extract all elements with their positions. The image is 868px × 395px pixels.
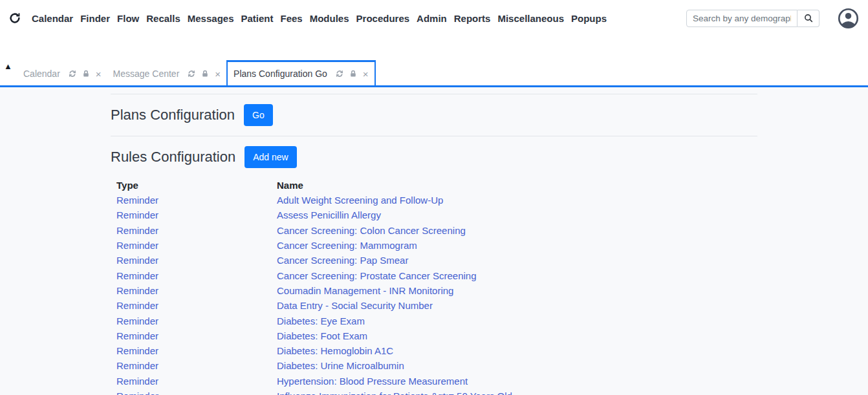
table-row: Reminder Hypertension: Blood Pressure Me… (116, 374, 737, 389)
rule-name-link[interactable]: Influenza Immunization for Patients &gt;… (277, 390, 512, 395)
collapse-tabs-icon[interactable]: ▲ (4, 62, 12, 70)
rule-type-cell: Reminder (116, 358, 277, 373)
column-header-name: Name (277, 178, 737, 193)
menu-item[interactable]: Calendar (32, 13, 73, 24)
navbar-right (686, 8, 859, 29)
user-avatar-icon[interactable] (838, 8, 859, 29)
rule-name-link[interactable]: Diabetes: Foot Exam (277, 330, 367, 341)
rule-type-cell: Reminder (116, 268, 277, 283)
search-icon (803, 13, 814, 23)
table-row: Reminder Adult Weight Screening and Foll… (116, 193, 737, 208)
patient-search (686, 10, 819, 27)
tab-refresh-icon[interactable] (188, 70, 195, 78)
rule-name-cell: Diabetes: Foot Exam (277, 328, 737, 343)
rule-type-link[interactable]: Reminder (116, 390, 158, 395)
rule-type-cell: Reminder (116, 314, 277, 328)
table-row: Reminder Data Entry - Social Security Nu… (116, 298, 737, 313)
menu-item[interactable]: Patient (241, 13, 273, 24)
rules-configuration-title: Rules Configuration (111, 149, 235, 165)
table-row: Reminder Cancer Screening: Colon Cancer … (116, 223, 737, 238)
rule-type-cell: Reminder (116, 298, 277, 313)
table-row: Reminder Assess Penicillin Allergy (116, 208, 737, 222)
rule-type-link[interactable]: Reminder (116, 225, 158, 236)
tab[interactable]: Plans Configuration Go × (226, 60, 376, 85)
rule-name-link[interactable]: Assess Penicillin Allergy (277, 209, 381, 220)
table-row: Reminder Influenza Immunization for Pati… (116, 389, 737, 395)
menu-item[interactable]: Messages (188, 13, 234, 24)
rule-type-cell: Reminder (116, 389, 277, 395)
rule-type-link[interactable]: Reminder (116, 285, 158, 296)
rule-type-link[interactable]: Reminder (116, 360, 158, 371)
rule-type-cell: Reminder (116, 193, 277, 208)
rule-name-cell: Cancer Screening: Prostate Cancer Screen… (277, 268, 737, 283)
menu-item[interactable]: Modules (310, 13, 349, 24)
rule-type-link[interactable]: Reminder (116, 255, 158, 266)
rule-name-cell: Assess Penicillin Allergy (277, 208, 737, 222)
tab[interactable]: Message Center × (107, 62, 226, 85)
rules-configuration-section: Rules Configuration Add new (111, 146, 757, 168)
menu-item[interactable]: Fees (281, 13, 303, 24)
rule-type-cell: Reminder (116, 343, 277, 358)
add-new-rule-button[interactable]: Add new (244, 146, 296, 168)
tab-lock-icon[interactable] (349, 70, 357, 78)
top-navbar: Calendar Finder Flow Recalls Messages Pa… (0, 0, 868, 36)
rule-type-link[interactable]: Reminder (116, 240, 158, 251)
rule-type-link[interactable]: Reminder (116, 345, 158, 356)
plans-go-button[interactable]: Go (244, 104, 273, 126)
rule-type-link[interactable]: Reminder (116, 195, 158, 206)
rule-name-cell: Diabetes: Hemoglobin A1C (277, 343, 737, 358)
rule-type-link[interactable]: Reminder (116, 315, 158, 326)
tab-label: Message Center (113, 69, 180, 79)
rule-name-link[interactable]: Cancer Screening: Mammogram (277, 240, 417, 251)
divider (111, 136, 757, 136)
rule-name-link[interactable]: Adult Weight Screening and Follow-Up (277, 195, 443, 206)
rule-name-link[interactable]: Cancer Screening: Colon Cancer Screening (277, 225, 466, 236)
rule-name-cell: Cancer Screening: Mammogram (277, 238, 737, 253)
rule-type-cell: Reminder (116, 374, 277, 389)
tab-lock-icon[interactable] (82, 70, 90, 78)
rule-name-link[interactable]: Cancer Screening: Prostate Cancer Screen… (277, 270, 477, 281)
table-row: Reminder Diabetes: Foot Exam (116, 328, 737, 343)
rule-name-link[interactable]: Diabetes: Hemoglobin A1C (277, 345, 393, 356)
tab[interactable]: Calendar × (17, 62, 107, 85)
rule-type-link[interactable]: Reminder (116, 209, 158, 220)
rule-type-link[interactable]: Reminder (116, 376, 158, 387)
rule-type-cell: Reminder (116, 253, 277, 268)
search-input[interactable] (686, 10, 797, 27)
rule-name-cell: Diabetes: Urine Microalbumin (277, 358, 737, 373)
tab-close-icon[interactable]: × (215, 69, 221, 79)
menu-item[interactable]: Flow (117, 13, 139, 24)
plans-configuration-section: Plans Configuration Go (111, 104, 757, 126)
tab-label: Plans Configuration Go (233, 69, 327, 79)
tab-close-icon[interactable]: × (363, 69, 369, 79)
rule-name-cell: Cancer Screening: Colon Cancer Screening (277, 223, 737, 238)
menu-item[interactable]: Popups (571, 13, 607, 24)
menu-item[interactable]: Admin (417, 13, 447, 24)
rule-type-link[interactable]: Reminder (116, 270, 158, 281)
rule-name-link[interactable]: Diabetes: Eye Exam (277, 315, 365, 326)
rule-name-link[interactable]: Diabetes: Urine Microalbumin (277, 360, 404, 371)
rule-type-link[interactable]: Reminder (116, 330, 158, 341)
rule-name-link[interactable]: Hypertension: Blood Pressure Measurement (277, 376, 468, 387)
refresh-icon[interactable] (9, 12, 21, 24)
tab-lock-icon[interactable] (201, 70, 209, 78)
column-header-type: Type (116, 178, 277, 193)
table-row: Reminder Cancer Screening: Pap Smear (116, 253, 737, 268)
search-button[interactable] (797, 10, 819, 27)
menu-item[interactable]: Reports (454, 13, 491, 24)
tab-refresh-icon[interactable] (69, 70, 76, 78)
menu-item[interactable]: Finder (80, 13, 110, 24)
tab-close-icon[interactable]: × (96, 69, 102, 79)
table-row: Reminder Diabetes: Eye Exam (116, 314, 737, 328)
rule-name-cell: Adult Weight Screening and Follow-Up (277, 193, 737, 208)
tab-refresh-icon[interactable] (336, 70, 343, 78)
rule-name-link[interactable]: Cancer Screening: Pap Smear (277, 255, 408, 266)
rules-table-body: Reminder Adult Weight Screening and Foll… (116, 193, 737, 395)
rule-type-link[interactable]: Reminder (116, 300, 158, 311)
menu-item[interactable]: Miscellaneous (497, 13, 564, 24)
table-row: Reminder Diabetes: Hemoglobin A1C (116, 343, 737, 358)
rule-name-link[interactable]: Coumadin Management - INR Monitoring (277, 285, 453, 296)
menu-item[interactable]: Recalls (146, 13, 180, 24)
menu-item[interactable]: Procedures (356, 13, 410, 24)
rule-name-link[interactable]: Data Entry - Social Security Number (277, 300, 433, 311)
